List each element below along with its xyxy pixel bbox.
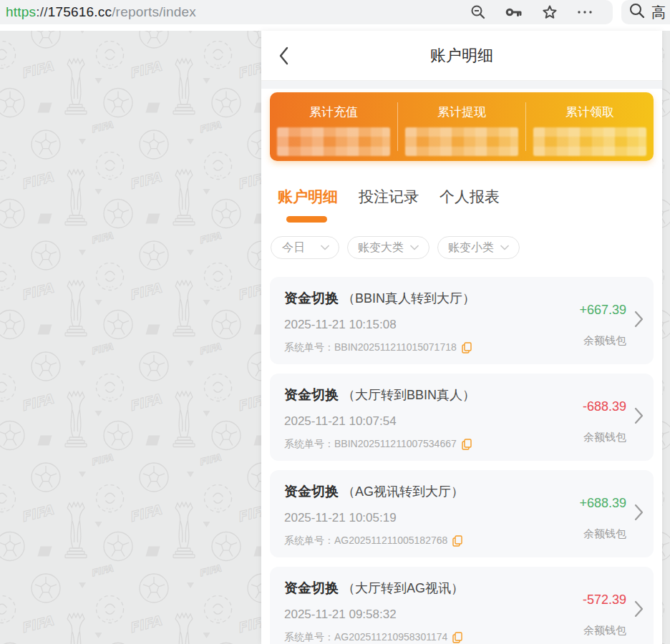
- order-number-text: 系统单号：AG202511210958301174: [284, 631, 447, 644]
- copy-icon[interactable]: [452, 632, 462, 643]
- more-dots-icon[interactable]: [577, 10, 593, 14]
- filter-date-dropdown[interactable]: 今日: [271, 236, 339, 259]
- transaction-title: 资金切换（BBIN真人转到大厅）: [284, 289, 546, 308]
- transaction-type: 资金切换: [284, 387, 339, 402]
- transaction-time: 2025-11-21 10:07:54: [284, 414, 546, 429]
- summary-label: 累计充值: [309, 104, 358, 120]
- order-number-text: 系统单号：AG202511211005182768: [284, 535, 447, 547]
- wallet-label: 余额钱包: [583, 624, 626, 638]
- bookmark-star-icon[interactable]: [542, 5, 558, 20]
- chevron-down-icon: [321, 245, 329, 250]
- filters: 今日 账变大类 账变小类: [271, 236, 662, 259]
- transaction-order-row: 系统单号：AG202511211005182768: [284, 535, 546, 547]
- app-header: 账户明细: [261, 31, 662, 81]
- transaction-amount: +667.39: [579, 303, 626, 318]
- wallet-label: 余额钱包: [579, 527, 626, 541]
- chevron-down-icon: [500, 245, 509, 250]
- summary-col-withdraw: 累计提现: [398, 92, 525, 161]
- search-icon: [628, 2, 646, 22]
- transaction-detail: （大厅转到AG视讯）: [342, 581, 464, 595]
- transaction-row[interactable]: 资金切换（大厅转到BBIN真人） 2025-11-21 10:07:54 系统单…: [270, 374, 654, 461]
- transaction-list: 资金切换（BBIN真人转到大厅） 2025-11-21 10:15:08 系统单…: [261, 277, 662, 644]
- password-key-icon[interactable]: [505, 6, 523, 19]
- transaction-type: 资金切换: [284, 580, 339, 595]
- transaction-title: 资金切换（大厅转到AG视讯）: [284, 579, 546, 597]
- transaction-title: 资金切换（大厅转到BBIN真人）: [284, 386, 546, 404]
- blurred-value: [405, 127, 518, 156]
- account-detail-panel: 账户明细 累计充值 累计提现 累计领取 账户明细 投注记录 个人报表 今日 账变…: [261, 31, 662, 644]
- transaction-amount-block: -572.39 余额钱包: [583, 592, 626, 638]
- transaction-time: 2025-11-21 10:05:19: [284, 511, 546, 525]
- transaction-row[interactable]: 资金切换（AG视讯转到大厅） 2025-11-21 10:05:19 系统单号：…: [270, 470, 654, 557]
- transaction-detail: （BBIN真人转到大厅）: [342, 291, 475, 306]
- browser-toolbar: https://175616.cc/reports/index 高: [0, 0, 670, 24]
- filter-label: 账变小类: [448, 240, 494, 255]
- summary-label: 累计领取: [565, 104, 614, 120]
- transaction-amount-block: +688.39 余额钱包: [579, 496, 626, 541]
- tab-bet-records[interactable]: 投注记录: [359, 187, 419, 207]
- transaction-order-row: 系统单号：BBIN202511211007534667: [284, 438, 546, 451]
- transaction-amount: -572.39: [583, 592, 626, 608]
- active-tab-underline: [286, 216, 327, 223]
- filter-label: 账变大类: [358, 240, 404, 255]
- summary-col-claim: 累计领取: [526, 92, 654, 161]
- summary-col-recharge: 累计充值: [270, 92, 397, 161]
- transaction-time: 2025-11-21 10:15:08: [284, 318, 546, 332]
- copy-icon[interactable]: [462, 439, 472, 450]
- transaction-row[interactable]: 资金切换（大厅转到AG视讯） 2025-11-21 09:58:32 系统单号：…: [270, 567, 654, 644]
- blurred-value: [533, 127, 646, 156]
- transaction-title: 资金切换（AG视讯转到大厅）: [284, 482, 546, 501]
- totals-summary-card: 累计充值 累计提现 累计领取: [270, 92, 654, 161]
- chevron-right-icon[interactable]: [634, 311, 644, 331]
- transaction-order-row: 系统单号：AG202511210958301174: [284, 631, 546, 644]
- zoom-out-icon[interactable]: [470, 4, 486, 20]
- chevron-down-icon: [410, 245, 419, 250]
- transaction-row[interactable]: 资金切换（BBIN真人转到大厅） 2025-11-21 10:15:08 系统单…: [270, 277, 654, 364]
- copy-icon[interactable]: [452, 535, 462, 547]
- transaction-amount: -688.39: [583, 399, 626, 414]
- order-number-text: 系统单号：BBIN202511211007534667: [284, 438, 457, 451]
- filter-label: 今日: [282, 240, 305, 255]
- tab-account-detail[interactable]: 账户明细: [278, 187, 338, 207]
- blurred-value: [277, 127, 390, 156]
- transaction-detail: （AG视讯转到大厅）: [342, 484, 464, 499]
- transaction-amount-block: -688.39 余额钱包: [583, 399, 626, 444]
- chevron-right-icon[interactable]: [634, 600, 644, 620]
- summary-label: 累计提现: [437, 104, 486, 120]
- transaction-time: 2025-11-21 09:58:32: [284, 608, 546, 622]
- page-url: https://175616.cc/reports/index: [6, 4, 196, 20]
- transaction-type: 资金切换: [284, 291, 339, 306]
- wallet-label: 余额钱包: [579, 334, 626, 348]
- side-search-label: 高: [651, 3, 666, 22]
- transaction-type: 资金切换: [284, 484, 339, 499]
- transaction-order-row: 系统单号：BBIN202511211015071718: [284, 341, 546, 354]
- back-button[interactable]: [278, 31, 289, 80]
- filter-major-category-dropdown[interactable]: 账变大类: [347, 236, 429, 259]
- transaction-amount-block: +667.39 余额钱包: [579, 303, 626, 348]
- browser-side-search[interactable]: 高: [621, 0, 670, 24]
- header-divider-band: [261, 81, 662, 89]
- order-number-text: 系统单号：BBIN202511211015071718: [284, 341, 457, 354]
- transaction-detail: （大厅转到BBIN真人）: [342, 388, 475, 402]
- chevron-right-icon[interactable]: [634, 407, 644, 427]
- tab-personal-report[interactable]: 个人报表: [440, 187, 500, 207]
- wallet-label: 余额钱包: [583, 431, 626, 444]
- transaction-amount: +688.39: [579, 496, 626, 511]
- chevron-right-icon[interactable]: [634, 504, 644, 524]
- address-bar[interactable]: https://175616.cc/reports/index: [0, 0, 613, 24]
- tabs: 账户明细 投注记录 个人报表: [261, 187, 662, 207]
- copy-icon[interactable]: [462, 342, 472, 353]
- page-title: 账户明细: [430, 45, 493, 67]
- filter-minor-category-dropdown[interactable]: 账变小类: [437, 236, 520, 259]
